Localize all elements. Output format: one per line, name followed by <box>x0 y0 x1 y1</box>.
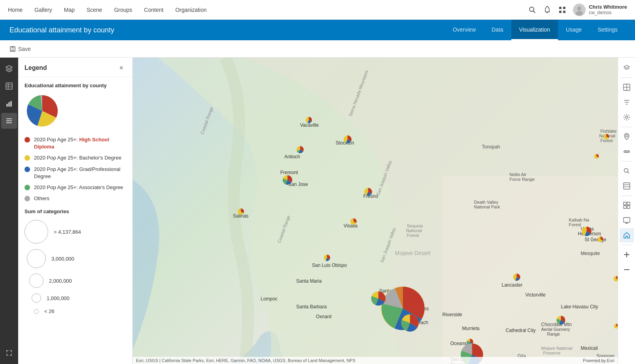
svg-text:San Luis Obispo: San Luis Obispo <box>312 263 347 268</box>
divider-5 <box>621 245 632 245</box>
divider-1 <box>621 77 632 78</box>
svg-text:Mojave National: Mojave National <box>541 346 573 351</box>
layers-icon[interactable] <box>1 61 17 77</box>
legend-dot-bachelors <box>24 155 30 161</box>
svg-point-93 <box>614 276 618 281</box>
apps-icon[interactable] <box>558 6 567 14</box>
legend-item-bachelors: 2020 Pop Age 25+: Bachelor's Degree <box>24 154 126 161</box>
svg-text:Lompoc: Lompoc <box>261 296 278 302</box>
tab-data[interactable]: Data <box>484 20 511 40</box>
svg-point-80 <box>306 117 312 123</box>
svg-text:San Joaquin Valley: San Joaquin Valley <box>375 159 392 196</box>
right-measure-icon[interactable] <box>620 144 634 159</box>
svg-text:Mojave Desert: Mojave Desert <box>395 250 431 256</box>
svg-point-99 <box>371 291 386 306</box>
svg-rect-17 <box>8 102 10 107</box>
svg-text:Fishlake: Fishlake <box>601 129 617 133</box>
legend-item-highschool: 2020 Pop Age 25+: High School Diploma <box>24 136 126 150</box>
svg-text:San Joaquin Valley: San Joaquin Valley <box>379 227 396 263</box>
svg-text:Vacaville: Vacaville <box>300 122 319 128</box>
svg-point-94 <box>467 339 473 345</box>
svg-text:Salinas: Salinas <box>233 213 249 219</box>
search-icon[interactable] <box>528 6 537 14</box>
svg-rect-22 <box>133 58 618 364</box>
svg-text:Mexicali: Mexicali <box>581 345 598 351</box>
right-home-icon[interactable] <box>620 228 634 242</box>
svg-text:Lancaster: Lancaster <box>502 282 523 288</box>
svg-text:Antioch: Antioch <box>285 154 300 159</box>
tab-usage[interactable]: Usage <box>558 20 590 40</box>
svg-text:Los Angeles: Los Angeles <box>403 306 429 311</box>
svg-text:Murrieta: Murrieta <box>462 326 480 331</box>
svg-text:Santa Maria: Santa Maria <box>296 278 322 284</box>
svg-text:National Park: National Park <box>474 205 501 209</box>
svg-rect-3 <box>559 7 562 9</box>
right-screen-icon[interactable] <box>620 213 634 227</box>
legend-close-button[interactable]: × <box>117 63 126 73</box>
svg-point-89 <box>582 227 592 236</box>
svg-rect-6 <box>563 11 565 13</box>
sum-label-2: 3,000,000 <box>51 256 74 262</box>
right-location-icon[interactable] <box>620 129 634 144</box>
tab-visualization[interactable]: Visualization <box>511 20 558 40</box>
right-layers-icon[interactable] <box>620 61 634 75</box>
nav-links: Home Gallery Map Scene Groups Content Or… <box>8 5 207 15</box>
sum-item-3: 2,000,000 <box>29 274 126 288</box>
svg-rect-115 <box>624 183 630 189</box>
sum-item-1: > 4,137,864 <box>24 220 126 244</box>
legend-dot-grad <box>24 167 30 172</box>
save-button[interactable]: Save <box>6 44 34 54</box>
svg-text:Mesquite: Mesquite <box>581 251 600 256</box>
right-settings-icon[interactable] <box>620 110 634 124</box>
nav-home[interactable]: Home <box>8 5 23 15</box>
sum-circle-5 <box>34 309 39 314</box>
right-table-icon[interactable] <box>620 179 634 193</box>
legend-label-highschool: 2020 Pop Age 25+: High School Diploma <box>34 136 126 150</box>
sum-label-5: < 26 <box>44 308 55 314</box>
svg-text:Lake Havasu City: Lake Havasu City <box>561 304 598 310</box>
sum-item-2: 3,000,000 <box>27 249 126 268</box>
nav-scene[interactable]: Scene <box>87 5 102 15</box>
map-area[interactable]: Vacaville Stockton Antioch Fremont San J… <box>133 58 618 364</box>
nav-groups[interactable]: Groups <box>114 5 132 15</box>
notification-icon[interactable] <box>543 6 552 14</box>
legend-header: Legend × <box>18 58 132 77</box>
svg-rect-118 <box>624 202 626 205</box>
sum-title: Sum of categories <box>24 208 126 214</box>
svg-point-87 <box>513 274 520 281</box>
nav-gallery[interactable]: Gallery <box>34 5 52 15</box>
nav-organization[interactable]: Organization <box>175 5 207 15</box>
svg-text:Chocolate Mtn: Chocolate Mtn <box>541 322 572 327</box>
list-icon[interactable] <box>1 113 17 129</box>
svg-point-95 <box>614 324 618 328</box>
svg-text:Victorville: Victorville <box>526 292 546 298</box>
tab-settings[interactable]: Settings <box>590 20 626 40</box>
svg-text:National: National <box>406 228 422 233</box>
zoom-out-button[interactable] <box>620 263 634 277</box>
right-sidebar <box>618 58 635 364</box>
left-sidebar <box>0 58 18 364</box>
right-grid-icon[interactable] <box>620 198 634 212</box>
attribution-right: Powered by Esri <box>583 358 614 363</box>
svg-text:Henderson: Henderson <box>578 231 601 236</box>
svg-rect-11 <box>11 49 14 51</box>
nav-content[interactable]: Content <box>144 5 164 15</box>
expand-icon[interactable] <box>1 345 17 361</box>
legend-body: Educational attainment by county <box>18 77 132 325</box>
zoom-in-button[interactable] <box>620 248 634 262</box>
legend-dot-highschool <box>24 137 30 143</box>
svg-point-83 <box>238 208 244 215</box>
chart-icon[interactable] <box>1 96 17 111</box>
tab-overview[interactable]: Overview <box>445 20 484 40</box>
table-icon[interactable] <box>1 78 17 94</box>
toolbar: Save <box>0 40 635 58</box>
svg-point-100 <box>344 135 352 143</box>
svg-text:Fresno: Fresno <box>364 193 379 199</box>
right-search-icon[interactable] <box>620 164 634 178</box>
svg-point-85 <box>350 218 357 225</box>
nav-map[interactable]: Map <box>64 5 75 15</box>
right-filter-icon[interactable] <box>620 95 634 109</box>
user-menu[interactable]: Chris Whitmore cw_demos <box>573 4 627 16</box>
right-basemap-icon[interactable] <box>620 80 634 94</box>
user-name: Chris Whitmore <box>589 4 627 10</box>
